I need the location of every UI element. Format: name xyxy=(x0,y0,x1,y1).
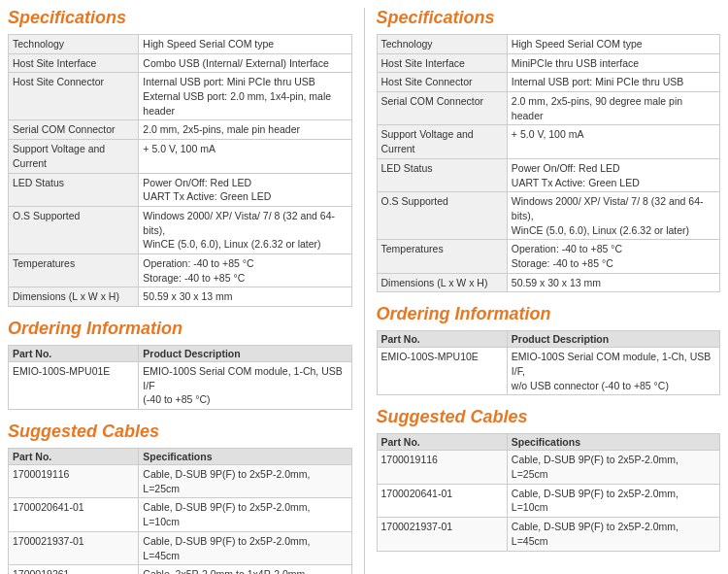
table-row: TemperaturesOperation: -40 to +85 °CStor… xyxy=(377,240,720,273)
cable-spec: Cable, D-SUB 9P(F) to 2x5P-2.0mm, L=25cm xyxy=(507,451,719,484)
right-ordering-section: Ordering Information Part No. Product De… xyxy=(377,304,721,395)
order-part: EMIO-100S-MPU10E xyxy=(377,348,507,395)
right-cables-title: Suggested Cables xyxy=(377,407,721,427)
spec-label: O.S Supported xyxy=(377,192,507,240)
spec-value: Internal USB port: Mini PCIe thru USB xyxy=(507,73,719,92)
left-order-col2: Product Description xyxy=(139,346,351,362)
right-spec-table: TechnologyHigh Speed Serial COM typeHost… xyxy=(377,34,721,292)
table-row: EMIO-100S-MPU10EEMIO-100S Serial COM mod… xyxy=(377,348,720,395)
spec-value: MiniPCIe thru USB interface xyxy=(507,53,719,73)
spec-value: High Speed Serial COM type xyxy=(139,35,351,54)
left-specs-title: Specifications xyxy=(8,8,352,28)
table-row: 1700021937-01Cable, D-SUB 9P(F) to 2x5P-… xyxy=(377,518,720,551)
left-cables-col1: Part No. xyxy=(9,449,139,465)
left-spec-table: TechnologyHigh Speed Serial COM typeHost… xyxy=(8,34,352,307)
spec-label: Temperatures xyxy=(9,253,139,287)
spec-value: + 5.0 V, 100 mA xyxy=(139,140,351,173)
cable-part: 1700021937-01 xyxy=(9,531,139,564)
cable-part: 1700021937-01 xyxy=(377,518,507,551)
table-row: Host Site InterfaceMiniPCIe thru USB int… xyxy=(377,53,720,73)
cable-spec: Cable, D-SUB 9P(F) to 2x5P-2.0mm, L=10cm xyxy=(139,498,351,531)
right-column: Specifications TechnologyHigh Speed Seri… xyxy=(377,8,721,574)
spec-label: Host Site Connector xyxy=(9,73,139,120)
left-cables-table: Part No. Specifications 1700019116Cable,… xyxy=(8,448,352,574)
table-row: EMIO-100S-MPU01EEMIO-100S Serial COM mod… xyxy=(9,362,352,410)
table-row: Serial COM Connector2.0 mm, 2x5-pins, 90… xyxy=(377,92,720,125)
table-row: Serial COM Connector2.0 mm, 2x5-pins, ma… xyxy=(9,120,352,140)
table-row: 1700021937-01Cable, D-SUB 9P(F) to 2x5P-… xyxy=(9,531,352,564)
table-row: Dimensions (L x W x H)50.59 x 30 x 13 mm xyxy=(377,273,720,292)
spec-label: Technology xyxy=(9,35,139,54)
spec-value: Windows 2000/ XP/ Vista/ 7/ 8 (32 and 64… xyxy=(139,206,351,253)
table-row: O.S SupportedWindows 2000/ XP/ Vista/ 7/… xyxy=(377,192,720,240)
column-divider xyxy=(364,8,365,574)
spec-label: Serial COM Connector xyxy=(9,120,139,140)
table-row: Support Voltage and Current+ 5.0 V, 100 … xyxy=(377,125,720,158)
spec-label: Technology xyxy=(377,35,507,54)
table-row: TechnologyHigh Speed Serial COM type xyxy=(377,35,720,54)
table-row: LED StatusPower On/Off: Red LEDUART Tx A… xyxy=(377,158,720,191)
spec-value: High Speed Serial COM type xyxy=(507,35,719,54)
table-row: 1700019116Cable, D-SUB 9P(F) to 2x5P-2.0… xyxy=(377,451,720,484)
spec-value: 50.59 x 30 x 13 mm xyxy=(139,287,351,307)
table-row: LED StatusPower On/Off: Red LEDUART Tx A… xyxy=(9,173,352,206)
left-column: Specifications TechnologyHigh Speed Seri… xyxy=(8,8,352,574)
right-ordering-title: Ordering Information xyxy=(377,304,721,324)
right-specs-title: Specifications xyxy=(377,8,721,28)
spec-value: Operation: -40 to +85 °CStorage: -40 to … xyxy=(139,253,351,287)
order-desc: EMIO-100S Serial COM module, 1-Ch, USB I… xyxy=(507,348,719,395)
left-ordering-title: Ordering Information xyxy=(8,319,352,339)
table-row: TechnologyHigh Speed Serial COM type xyxy=(9,35,352,54)
order-desc: EMIO-100S Serial COM module, 1-Ch, USB I… xyxy=(139,362,351,410)
spec-label: Host Site Interface xyxy=(9,53,139,73)
spec-label: Host Site Connector xyxy=(377,73,507,92)
spec-label: LED Status xyxy=(377,158,507,191)
cable-part: 1700019261 xyxy=(9,565,139,574)
spec-value: Windows 2000/ XP/ Vista/ 7/ 8 (32 and 64… xyxy=(507,192,719,240)
spec-label: Host Site Interface xyxy=(377,53,507,73)
spec-value: 50.59 x 30 x 13 mm xyxy=(507,273,719,292)
left-cables-title: Suggested Cables xyxy=(8,422,352,442)
table-row: 1700020641-01Cable, D-SUB 9P(F) to 2x5P-… xyxy=(377,484,720,517)
right-cables-col1: Part No. xyxy=(377,434,507,451)
table-row: 1700019116Cable, D-SUB 9P(F) to 2x5P-2.0… xyxy=(9,465,352,498)
table-row: TemperaturesOperation: -40 to +85 °CStor… xyxy=(9,253,352,287)
table-row: 1700019261Cable, 2x5P-2.0mm to 1x4P-2.0m… xyxy=(9,565,352,574)
left-order-table: Part No. Product Description EMIO-100S-M… xyxy=(8,345,352,410)
left-cables-col2: Specifications xyxy=(139,449,351,465)
spec-value: 2.0 mm, 2x5-pins, 90 degree male pin hea… xyxy=(507,92,719,125)
spec-label: LED Status xyxy=(9,173,139,206)
spec-value: Power On/Off: Red LEDUART Tx Active: Gre… xyxy=(507,158,719,191)
right-cables-col2: Specifications xyxy=(507,434,719,451)
table-row: 1700020641-01Cable, D-SUB 9P(F) to 2x5P-… xyxy=(9,498,352,531)
table-row: O.S SupportedWindows 2000/ XP/ Vista/ 7/… xyxy=(9,206,352,253)
right-order-table: Part No. Product Description EMIO-100S-M… xyxy=(377,330,721,395)
spec-label: O.S Supported xyxy=(9,206,139,253)
cable-spec: Cable, D-SUB 9P(F) to 2x5P-2.0mm, L=25cm xyxy=(139,465,351,498)
cable-spec: Cable, D-SUB 9P(F) to 2x5P-2.0mm, L=45cm xyxy=(507,518,719,551)
table-row: Dimensions (L x W x H)50.59 x 30 x 13 mm xyxy=(9,287,352,307)
spec-value: Power On/Off: Red LEDUART Tx Active: Gre… xyxy=(139,173,351,206)
spec-value: 2.0 mm, 2x5-pins, male pin header xyxy=(139,120,351,140)
right-order-col2: Product Description xyxy=(507,331,719,348)
table-row: Host Site ConnectorInternal USB port: Mi… xyxy=(377,73,720,92)
cable-part: 1700020641-01 xyxy=(9,498,139,531)
spec-label: Support Voltage and Current xyxy=(377,125,507,158)
spec-value: Operation: -40 to +85 °CStorage: -40 to … xyxy=(507,240,719,273)
spec-label: Serial COM Connector xyxy=(377,92,507,125)
right-order-col1: Part No. xyxy=(377,331,507,348)
spec-value: Internal USB port: Mini PCIe thru USBExt… xyxy=(139,73,351,120)
cable-part: 1700019116 xyxy=(377,451,507,484)
left-cables-section: Suggested Cables Part No. Specifications… xyxy=(8,422,352,574)
right-cables-table: Part No. Specifications 1700019116Cable,… xyxy=(377,433,721,551)
table-row: Host Site ConnectorInternal USB port: Mi… xyxy=(9,73,352,120)
right-cables-section: Suggested Cables Part No. Specifications… xyxy=(377,407,721,551)
left-order-col1: Part No. xyxy=(9,346,139,362)
spec-value: Combo USB (Internal/ External) Interface xyxy=(139,53,351,73)
cable-spec: Cable, 2x5P-2.0mm to 1x4P-2.0mm, L=40cm xyxy=(139,565,351,574)
cable-part: 1700020641-01 xyxy=(377,484,507,517)
spec-label: Dimensions (L x W x H) xyxy=(377,273,507,292)
table-row: Support Voltage and Current+ 5.0 V, 100 … xyxy=(9,140,352,173)
cable-part: 1700019116 xyxy=(9,465,139,498)
left-ordering-section: Ordering Information Part No. Product De… xyxy=(8,319,352,410)
